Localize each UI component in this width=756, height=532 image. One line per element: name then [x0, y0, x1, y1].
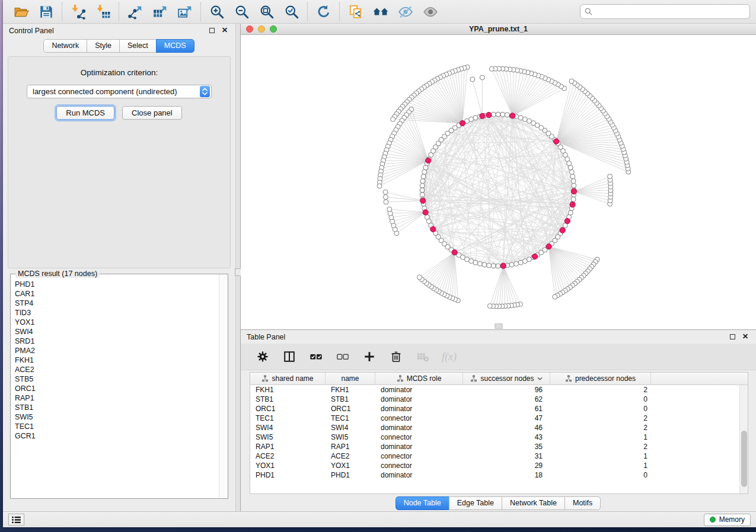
result-list-scrollbar[interactable] [219, 274, 228, 498]
import-table-icon[interactable] [95, 4, 111, 20]
network-node[interactable] [568, 210, 573, 215]
search-input[interactable] [595, 8, 745, 16]
tab-network[interactable]: Network [43, 39, 87, 53]
mcds-dominator-node[interactable] [546, 244, 551, 249]
tab-mcds[interactable]: MCDS [156, 39, 194, 53]
tab-style[interactable]: Style [87, 39, 120, 53]
leaf-node[interactable] [480, 75, 484, 80]
refresh-view-icon[interactable] [315, 4, 331, 20]
table-row[interactable]: PHD1PHD1dominator180 [250, 470, 748, 480]
table-row[interactable]: SWI5SWI5connector431 [250, 432, 748, 442]
export-network-icon[interactable] [127, 4, 143, 20]
network-node[interactable] [422, 169, 427, 174]
table-row[interactable]: ORC1ORC1dominator610 [250, 404, 748, 414]
result-node-item[interactable]: SWI4 [15, 327, 219, 336]
table-row[interactable]: TEC1TEC1connector472 [250, 414, 748, 423]
network-node[interactable] [522, 117, 527, 121]
leaf-node[interactable] [383, 190, 388, 194]
zoom-selected-icon[interactable] [283, 4, 299, 20]
save-session-icon[interactable] [38, 4, 54, 20]
network-node[interactable] [469, 259, 474, 264]
network-node[interactable] [420, 179, 425, 184]
mcds-dominator-node[interactable] [486, 112, 492, 117]
network-node[interactable] [496, 112, 500, 117]
tab-network-table[interactable]: Network Table [502, 496, 565, 510]
search-field[interactable] [580, 4, 750, 19]
mcds-dominator-node[interactable] [420, 198, 426, 203]
network-node[interactable] [571, 197, 576, 201]
close-table-panel-icon[interactable]: ✕ [741, 332, 750, 342]
table-row[interactable]: ACE2ACE2connector311 [250, 451, 748, 461]
maximize-window-icon[interactable] [270, 25, 277, 33]
result-node-item[interactable]: YOX1 [15, 318, 219, 327]
result-node-item[interactable]: STB1 [15, 403, 219, 412]
network-node[interactable] [421, 174, 426, 179]
network-node[interactable] [491, 112, 496, 117]
tab-select[interactable]: Select [119, 39, 157, 53]
table-row[interactable]: FKH1FKH1dominator962 [250, 385, 748, 395]
network-graph[interactable] [241, 35, 756, 329]
network-node[interactable] [572, 183, 576, 188]
mcds-dominator-node[interactable] [510, 113, 515, 118]
open-file-icon[interactable] [13, 4, 29, 20]
memory-button[interactable]: Memory [704, 514, 751, 526]
tab-edge-table[interactable]: Edge Table [449, 496, 502, 510]
network-node[interactable] [420, 188, 425, 193]
mcds-dominator-node[interactable] [564, 219, 570, 224]
network-node[interactable] [496, 264, 500, 268]
leaf-node[interactable] [391, 117, 395, 121]
tab-node-table[interactable]: Node Table [395, 496, 449, 510]
column-header-name[interactable]: name [326, 373, 375, 384]
leaf-node[interactable] [487, 304, 492, 309]
leaf-node[interactable] [417, 275, 422, 280]
network-node[interactable] [518, 116, 523, 120]
settings-gear-icon[interactable] [255, 349, 270, 364]
mcds-dominator-node[interactable] [560, 227, 565, 233]
mcds-dominator-node[interactable] [571, 189, 576, 194]
result-node-item[interactable]: STB5 [15, 374, 219, 384]
mcds-dominator-node[interactable] [430, 226, 436, 232]
network-node[interactable] [420, 183, 425, 188]
result-node-item[interactable]: ORC1 [15, 384, 219, 393]
mcds-dominator-node[interactable] [570, 202, 575, 207]
result-node-item[interactable]: RAP1 [15, 393, 219, 403]
column-layout-icon[interactable] [282, 349, 297, 364]
network-node[interactable] [420, 193, 425, 197]
leaf-node[interactable] [384, 200, 388, 204]
deselect-all-checks-icon[interactable] [335, 349, 350, 364]
add-column-icon[interactable] [362, 349, 377, 364]
leaf-node[interactable] [383, 195, 388, 200]
column-header-predecessor-nodes[interactable]: predecessor nodes [550, 373, 651, 384]
duplicate-network-icon[interactable] [347, 4, 363, 20]
leaf-node[interactable] [387, 207, 392, 211]
vertical-splitter[interactable] [235, 24, 241, 511]
criterion-select[interactable]: largest connected component (undirected) [27, 85, 212, 98]
leaf-node[interactable] [569, 79, 574, 84]
tab-motifs[interactable]: Motifs [564, 496, 601, 510]
show-panels-button[interactable] [8, 514, 24, 525]
result-node-item[interactable]: TID3 [15, 308, 219, 318]
result-node-item[interactable]: ACE2 [15, 365, 219, 374]
network-node[interactable] [518, 260, 523, 265]
network-node[interactable] [505, 113, 509, 117]
run-mcds-button[interactable]: Run MCDS [56, 106, 114, 120]
mcds-dominator-node[interactable] [460, 120, 465, 126]
network-node[interactable] [571, 179, 576, 184]
leaf-node[interactable] [608, 174, 613, 179]
leaf-node[interactable] [553, 294, 557, 299]
mcds-dominator-node[interactable] [423, 210, 428, 215]
first-neighbors-icon[interactable] [372, 4, 388, 20]
result-node-item[interactable]: SRD1 [15, 336, 219, 346]
close-window-icon[interactable] [246, 25, 253, 33]
network-node[interactable] [491, 264, 496, 268]
leaf-node[interactable] [489, 66, 494, 71]
result-node-item[interactable]: GCR1 [15, 431, 219, 441]
table-row[interactable]: STB1STB1dominator620 [250, 395, 748, 404]
result-node-item[interactable]: FKH1 [15, 355, 219, 365]
result-node-item[interactable]: CAR1 [15, 289, 219, 299]
table-scrollbar-thumb[interactable] [741, 431, 747, 487]
result-node-item[interactable]: SWI5 [15, 412, 219, 422]
close-panel-button[interactable]: Close panel [122, 106, 182, 120]
network-node[interactable] [487, 263, 492, 268]
result-node-item[interactable]: TEC1 [15, 422, 219, 431]
